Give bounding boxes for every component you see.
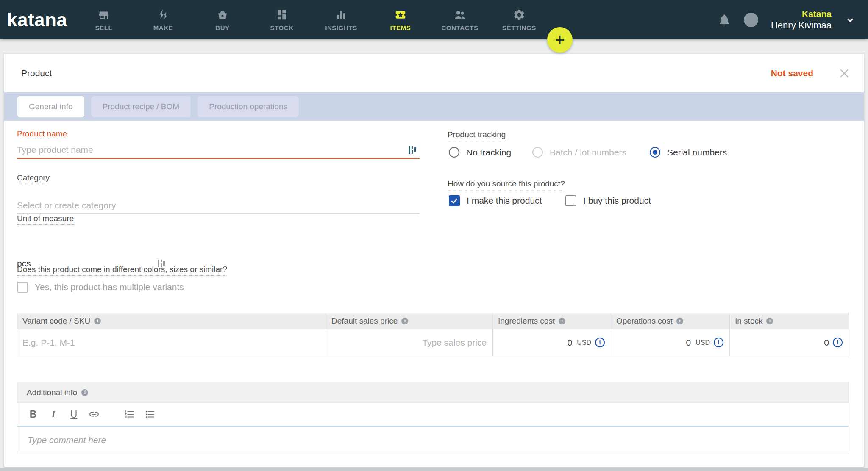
gear-icon: [513, 8, 526, 21]
ordered-list-button[interactable]: [124, 408, 135, 420]
in-stock-value: 0: [824, 338, 829, 348]
additional-info-section: Additional info B I U Type comment here: [17, 382, 849, 454]
unit-of-measure-label: Unit of measure: [17, 214, 74, 225]
nav-item-buy[interactable]: BUY: [193, 0, 252, 39]
category-field: [17, 197, 420, 214]
nav-item-items[interactable]: ITEMS: [371, 0, 430, 39]
bold-button[interactable]: B: [28, 408, 39, 420]
nav-item-make[interactable]: MAKE: [134, 0, 193, 39]
nav-item-insights[interactable]: INSIGHTS: [312, 0, 371, 39]
variant-sku-input[interactable]: [22, 338, 320, 348]
ticket-star-icon: [394, 8, 407, 21]
nav-label: INSIGHTS: [325, 24, 357, 31]
account-company: Katana: [771, 8, 832, 19]
ordered-list-icon: [124, 409, 135, 420]
category-input[interactable]: [17, 197, 420, 213]
sourcing-option-buy[interactable]: I buy this product: [565, 195, 651, 206]
tracking-option-batch-lot[interactable]: Batch / lot numbers: [532, 147, 626, 158]
sales-price-input[interactable]: [331, 338, 487, 348]
sourcing-option-make[interactable]: I make this product: [449, 195, 542, 206]
tab-production-operations[interactable]: Production operations: [198, 96, 299, 117]
info-icon[interactable]: [401, 318, 408, 324]
nav-item-sell[interactable]: SELL: [74, 0, 134, 39]
create-new-button[interactable]: +: [547, 27, 573, 53]
katana-logo[interactable]: katana: [0, 0, 74, 39]
additional-info-header: Additional info: [17, 382, 849, 403]
radio-serial-numbers[interactable]: [650, 147, 660, 158]
close-icon[interactable]: [839, 68, 850, 79]
page-title: Product: [21, 68, 52, 78]
tab-bar: General info Product recipe / BOM Produc…: [4, 92, 864, 121]
make-product-checkbox[interactable]: [449, 195, 460, 206]
card-header: Product Not saved: [4, 54, 864, 92]
italic-button[interactable]: I: [48, 408, 59, 420]
tracking-option-no-tracking[interactable]: No tracking: [449, 147, 511, 158]
help-icon[interactable]: [744, 13, 758, 27]
chevron-down-icon[interactable]: [844, 14, 856, 26]
plus-icon: +: [555, 30, 565, 50]
link-icon: [89, 409, 100, 420]
additional-info-label: Additional info: [27, 388, 77, 397]
variants-checkbox-option[interactable]: Yes, this product has multiple variants: [17, 282, 184, 293]
operations-cost-value: 0: [686, 338, 691, 348]
variants-table: Variant code / SKU Default sales price I…: [17, 313, 849, 356]
variants-table-header: Variant code / SKU Default sales price I…: [17, 313, 849, 329]
comment-input[interactable]: Type comment here: [17, 427, 849, 454]
info-icon[interactable]: [81, 389, 88, 396]
sourcing-question-label: How do you source this product?: [448, 179, 565, 190]
basket-icon: [216, 8, 229, 21]
general-info-panel: Product name Category Unit of measure Do…: [4, 121, 864, 467]
info-icon[interactable]: [766, 318, 773, 324]
currency-label: USD: [696, 339, 710, 346]
rich-text-toolbar: B I U: [17, 403, 849, 426]
stock-blocks-icon: [275, 8, 288, 21]
product-tracking-label: Product tracking: [448, 130, 506, 141]
tab-general-info[interactable]: General info: [17, 96, 84, 117]
variants-table-row: 0USD 0USD 0: [17, 329, 849, 356]
nav-item-stock[interactable]: STOCK: [252, 0, 312, 39]
nav-item-contacts[interactable]: CONTACTS: [430, 0, 490, 39]
variants-checkbox[interactable]: [17, 282, 28, 293]
top-navigation: katana SELL MAKE BUY STOCK INSIGHTS ITEM…: [0, 0, 868, 39]
underline-button[interactable]: U: [68, 408, 79, 420]
unordered-list-button[interactable]: [145, 408, 156, 420]
variants-checkbox-label: Yes, this product has multiple variants: [35, 282, 184, 292]
info-icon[interactable]: [833, 338, 843, 347]
product-name-input[interactable]: [17, 142, 420, 158]
tab-product-recipe-bom[interactable]: Product recipe / BOM: [91, 96, 191, 117]
nav-label: BUY: [215, 24, 229, 31]
info-icon[interactable]: [559, 318, 565, 324]
nav-label: SETTINGS: [502, 24, 536, 31]
bottom-edge: [0, 468, 868, 471]
comment-placeholder: Type comment here: [28, 435, 106, 445]
unordered-list-icon: [145, 409, 156, 420]
nav-label: CONTACTS: [441, 24, 478, 31]
info-icon[interactable]: [714, 338, 723, 347]
storefront-icon: [97, 8, 110, 21]
nav-label: STOCK: [270, 24, 293, 31]
make-icon: [157, 8, 170, 21]
people-icon: [453, 8, 466, 21]
product-name-field: [17, 142, 420, 159]
radio-batch-lot[interactable]: [532, 147, 543, 158]
nav-right-group: Katana Henry Kivimaa: [718, 8, 868, 31]
product-name-label: Product name: [17, 129, 67, 140]
link-button[interactable]: [89, 408, 100, 420]
currency-label: USD: [577, 339, 591, 346]
variants-question-label: Does this product come in different colo…: [17, 265, 227, 276]
radio-no-tracking[interactable]: [449, 147, 459, 158]
nav-label: ITEMS: [390, 24, 411, 31]
ingredients-cost-value: 0: [568, 338, 573, 348]
barcode-icon[interactable]: [409, 145, 417, 155]
info-icon[interactable]: [595, 338, 605, 347]
notifications-bell-icon[interactable]: [718, 13, 731, 27]
account-menu[interactable]: Katana Henry Kivimaa: [771, 8, 832, 31]
info-icon[interactable]: [94, 318, 101, 324]
nav-label: MAKE: [153, 24, 173, 31]
info-icon[interactable]: [676, 318, 683, 324]
category-label: Category: [17, 173, 50, 184]
tracking-option-serial-numbers[interactable]: Serial numbers: [650, 147, 727, 158]
nav-item-settings[interactable]: SETTINGS: [490, 0, 549, 39]
account-user: Henry Kivimaa: [771, 19, 832, 31]
buy-product-checkbox[interactable]: [565, 195, 576, 206]
